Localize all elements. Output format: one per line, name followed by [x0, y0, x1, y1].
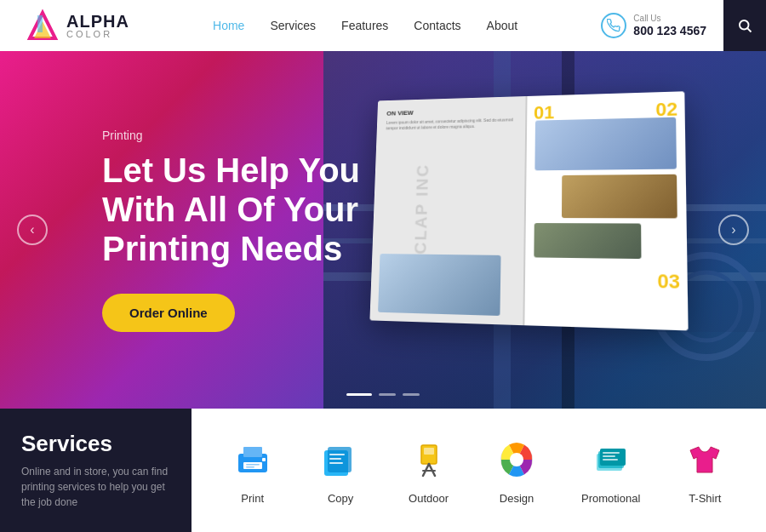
hero-section: Printing Let Us Help You With All Of You… — [0, 51, 766, 409]
logo-color-text: COLOR — [66, 30, 129, 39]
carousel-dot-3[interactable] — [403, 393, 420, 396]
carousel-dot-1[interactable] — [346, 393, 372, 396]
svg-rect-35 — [603, 452, 620, 454]
carousel-dot-2[interactable] — [379, 393, 396, 396]
promotional-icon — [587, 437, 634, 483]
service-promotional[interactable]: Promotional — [581, 437, 640, 505]
svg-rect-14 — [243, 447, 262, 457]
svg-point-31 — [510, 453, 523, 466]
main-nav: Home Services Features Contacts About — [213, 19, 517, 32]
svg-rect-37 — [603, 459, 618, 460]
service-copy[interactable]: Copy — [317, 437, 364, 505]
services-label-area: Services Online and in store, you can fi… — [0, 409, 192, 532]
search-button[interactable] — [723, 0, 766, 51]
svg-line-4 — [747, 28, 751, 31]
logo[interactable]: ALPHA COLOR — [26, 9, 129, 43]
tshirt-label: T-Shirt — [689, 492, 721, 505]
outdoor-label: Outdoor — [409, 492, 449, 505]
design-label: Design — [500, 492, 534, 505]
services-description: Online and in store, you can find printi… — [21, 464, 170, 510]
svg-rect-22 — [329, 458, 341, 460]
svg-rect-18 — [246, 466, 254, 468]
svg-rect-2 — [37, 15, 43, 32]
service-outdoor[interactable]: Outdoor — [405, 437, 452, 505]
header-right: Call Us 800 123 4567 — [601, 0, 740, 51]
design-icon — [494, 437, 540, 483]
svg-rect-17 — [246, 464, 260, 466]
print-icon — [229, 437, 276, 483]
svg-point-3 — [740, 20, 749, 30]
svg-rect-36 — [603, 455, 615, 457]
copy-icon — [317, 437, 364, 483]
call-info: Call Us 800 123 4567 — [601, 13, 706, 38]
phone-icon — [601, 13, 626, 38]
nav-contacts[interactable]: Contacts — [414, 19, 460, 32]
book-magazine: ON VIEW Lorem ipsum dolor sit amet, cons… — [366, 94, 681, 349]
svg-rect-21 — [329, 454, 345, 455]
nav-features[interactable]: Features — [341, 19, 388, 32]
tshirt-icon — [682, 437, 729, 483]
service-design[interactable]: Design — [494, 437, 540, 505]
promotional-label: Promotional — [581, 492, 640, 505]
outdoor-icon — [405, 437, 452, 483]
order-online-button[interactable]: Order Online — [102, 294, 235, 332]
print-label: Print — [241, 492, 264, 505]
carousel-next-button[interactable]: › — [718, 215, 749, 245]
service-tshirt[interactable]: T-Shirt — [682, 437, 729, 505]
svg-rect-23 — [329, 462, 343, 464]
header: ALPHA COLOR Home Services Features Conta… — [0, 0, 766, 51]
services-heading: Services — [21, 431, 170, 457]
carousel-prev-button[interactable]: ‹ — [17, 215, 48, 245]
carousel-dots — [346, 393, 420, 396]
svg-rect-15 — [243, 462, 262, 469]
services-section: Services Online and in store, you can fi… — [0, 409, 766, 532]
svg-rect-29 — [424, 448, 434, 455]
copy-label: Copy — [328, 492, 353, 505]
nav-about[interactable]: About — [487, 19, 518, 32]
services-icons-area: Print Copy — [192, 409, 766, 532]
nav-services[interactable]: Services — [270, 19, 316, 32]
hero-title: Let Us Help You With All Of Your Printin… — [102, 151, 392, 268]
call-text: Call Us 800 123 4567 — [633, 14, 706, 38]
nav-home[interactable]: Home — [213, 19, 244, 32]
logo-alpha: ALPHA — [66, 13, 129, 30]
svg-rect-16 — [262, 458, 266, 461]
service-print[interactable]: Print — [229, 437, 276, 505]
